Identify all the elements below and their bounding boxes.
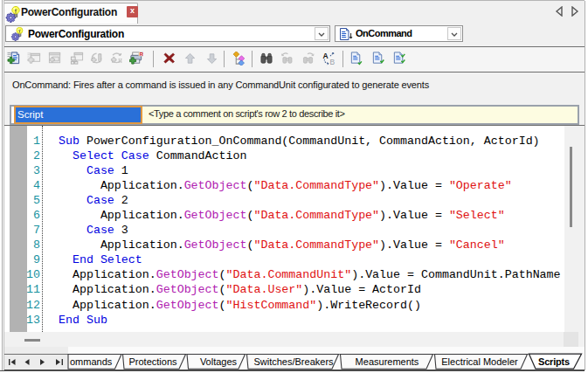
svg-text:B: B <box>329 58 335 66</box>
svg-text:Protections: Protections <box>128 356 177 367</box>
svg-text:Switches/Breakers: Switches/Breakers <box>253 356 334 367</box>
svg-text:Measurements: Measurements <box>356 356 419 367</box>
svg-text:ommands: ommands <box>70 356 113 367</box>
svg-text:Scripts: Scripts <box>538 356 570 367</box>
svg-text:A: A <box>322 52 328 60</box>
svg-text:Electrical Modeler: Electrical Modeler <box>441 356 518 367</box>
svg-text:Voltages: Voltages <box>200 356 238 367</box>
svg-text:R: R <box>139 52 143 57</box>
